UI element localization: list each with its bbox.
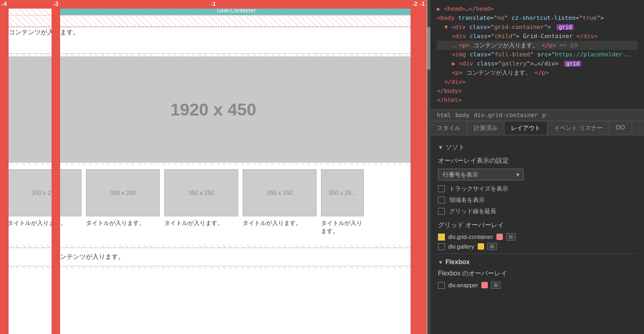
gallery-item-0: 350 x 250 タイトルが入ります。	[8, 169, 82, 235]
grid-section-title: ソソト	[445, 143, 465, 152]
col-marker-neg1-bottom: -1	[418, 0, 427, 334]
gallery-item-2: 350 x 250 タイトルが入ります。	[164, 169, 238, 235]
overlay-settings-label: オーバーレイ表示の設定	[438, 156, 636, 165]
grid-overlay-checkbox-1[interactable]	[438, 234, 445, 241]
grid-overlay-icon-2[interactable]: ⊞	[487, 243, 497, 250]
right-panel: ▶ <head>…</head> <body translate="no" cz…	[430, 0, 644, 334]
track-size-checkbox[interactable]	[438, 185, 445, 192]
p-text-region	[0, 27, 427, 54]
code-line-body: <body translate="no" cz-shortcut-listen=…	[437, 13, 638, 23]
gallery-caption-3: タイトルが入ります。	[243, 219, 317, 227]
grid-overlay-color-2	[478, 243, 484, 250]
bottom-text-row: コンテンツが入ります。	[0, 248, 427, 266]
gallery-caption-2: タイトルが入ります。	[164, 219, 238, 227]
extend-line-label: グリッド線を延長	[449, 207, 496, 215]
panel-content: ▼ ソソト オーバーレイ表示の設定 行番号を表示 行名を表示 表示しない ▼ ト…	[430, 135, 644, 334]
flexbox-section: ▼ Flexbox Flexbox のオーバーレイ div.wrapper ⊞	[438, 253, 636, 289]
track-size-checkbox-row: トラックサイズを表示	[438, 185, 636, 193]
area-name-checkbox[interactable]	[438, 197, 445, 204]
tab-dom[interactable]: DO	[610, 121, 632, 135]
bottom-text: コンテンツが入ります。	[54, 252, 125, 262]
flexbox-item-wrapper: div.wrapper ⊞	[438, 281, 636, 289]
code-line-img: <img class="full-bleed" src="https://pla…	[437, 50, 638, 59]
tab-style[interactable]: スタイル	[430, 121, 467, 135]
gallery-item-4: 350 x 25... タイトルが入ります。	[321, 169, 364, 235]
grid-overlay-label-2: div.gallery	[448, 243, 474, 250]
grid-overlay-item-1: div.grid-container ⊞	[438, 233, 636, 241]
left-panel: 1 1 2 Grid-Container 3 -1 -1 2 3 コンテンツが入…	[0, 0, 427, 334]
gallery-caption-4: タイトルが入ります。	[321, 219, 364, 235]
grid-overlay-checkbox-2[interactable]	[438, 243, 445, 250]
breadcrumb: html body div.grid-container p	[430, 110, 644, 121]
code-area: ▶ <head>…</head> <body translate="no" cz…	[430, 0, 644, 110]
flexbox-wrapper-color	[481, 282, 488, 288]
panel-scroll-thumb[interactable]	[427, 27, 430, 70]
col-marker-neg3-bottom: -3	[52, 0, 60, 334]
gallery-item-3: 350 x 250 タイトルが入ります。	[243, 169, 317, 235]
tab-computed[interactable]: 計算済み	[467, 121, 504, 135]
gallery-thumb-4: 350 x 25...	[321, 169, 364, 216]
breadcrumb-div-grid[interactable]: div.grid-container	[474, 112, 538, 119]
code-line-head: ▶ <head>…</head>	[437, 4, 638, 13]
row2-hatch	[0, 15, 427, 27]
gallery-caption-1: タイトルが入ります。	[86, 219, 160, 227]
gallery-thumb-0: 350 x 250	[8, 169, 82, 216]
grid-triangle-icon: ▼	[438, 144, 443, 150]
flexbox-title: Flexbox	[445, 258, 470, 266]
image-placeholder: 1920 x 450	[0, 56, 427, 163]
row-number-select-wrapper[interactable]: 行番号を表示 行名を表示 表示しない ▼	[438, 169, 524, 180]
gallery-caption-0: タイトルが入ります。	[8, 219, 82, 227]
gallery-thumb-1: 350 x 250	[86, 169, 160, 216]
panel-scrollbar[interactable]	[427, 0, 430, 334]
bottom-hatch	[0, 266, 427, 269]
flexbox-overlay-title: Flexbox のオーバーレイ	[438, 269, 636, 278]
flexbox-wrapper-checkbox[interactable]	[438, 282, 445, 289]
flexbox-wrapper-icon[interactable]: ⊞	[491, 281, 501, 289]
area-name-checkbox-row: 領域名を表示	[438, 196, 636, 204]
code-line-p2: <p> コンテンツが入ります。 </p>	[437, 68, 638, 77]
grid-section-header: ▼ ソソト	[438, 143, 636, 152]
tab-events[interactable]: イベント リスナー	[547, 121, 610, 135]
gallery-item-1: 350 x 250 タイトルが入ります。	[86, 169, 160, 235]
extend-line-checkbox[interactable]	[438, 208, 445, 215]
flexbox-header: ▼ Flexbox	[438, 258, 636, 266]
row-number-select-row: 行番号を表示 行名を表示 表示しない ▼	[438, 169, 636, 180]
image-size-label: 1920 x 450	[170, 100, 256, 120]
flexbox-triangle-icon: ▼	[438, 259, 443, 265]
gallery-thumb-3: 350 x 250	[243, 169, 317, 216]
code-line-div-close: </div>	[437, 77, 638, 86]
track-size-label: トラックサイズを表示	[449, 185, 508, 193]
grid-overlay-title: グリッド オーバーレイ	[438, 221, 636, 230]
row-marker-neg1-top: -1	[0, 0, 427, 9]
code-line-body-close: </body>	[437, 86, 638, 96]
area-name-label: 領域名を表示	[449, 196, 485, 204]
col-marker-neg4-bottom: -4	[0, 0, 9, 334]
gallery-items-container: 350 x 250 タイトルが入ります。 350 x 250 タイトルが入ります…	[8, 169, 427, 235]
grid-overlay-label-1: div.grid-container	[448, 234, 493, 240]
grid-overlay-color-1	[496, 234, 503, 240]
flexbox-wrapper-label: div.wrapper	[448, 282, 478, 288]
code-line-div-grid: ▼ <div class="grid-container"> grid	[437, 23, 638, 32]
breadcrumb-html[interactable]: html	[437, 112, 451, 119]
breadcrumb-body[interactable]: body	[456, 112, 470, 119]
code-line-gallery: ▶ <div class="gallery">…</div> grid	[437, 59, 638, 68]
grid-overlay-item-2: div.gallery ⊞	[438, 243, 636, 250]
breadcrumb-p[interactable]: p	[542, 112, 546, 119]
gallery-thumb-2: 350 x 250	[164, 169, 238, 216]
code-line-html-close: </html>	[437, 96, 638, 105]
code-line-p-text[interactable]: … <p> コンテンツが入ります。 </p> == $0	[437, 41, 638, 50]
extend-line-checkbox-row: グリッド線を延長	[438, 207, 636, 215]
grid-overlay-icon-1[interactable]: ⊞	[506, 233, 516, 241]
tabs-bar: スタイル 計算済み レイアウト イベント リスナー DO	[430, 121, 644, 135]
tab-layout[interactable]: レイアウト	[504, 121, 547, 135]
code-line-div-child: <div class="child"> Grid-Container </div…	[437, 32, 638, 41]
row-number-select[interactable]: 行番号を表示 行名を表示 表示しない	[438, 169, 524, 180]
